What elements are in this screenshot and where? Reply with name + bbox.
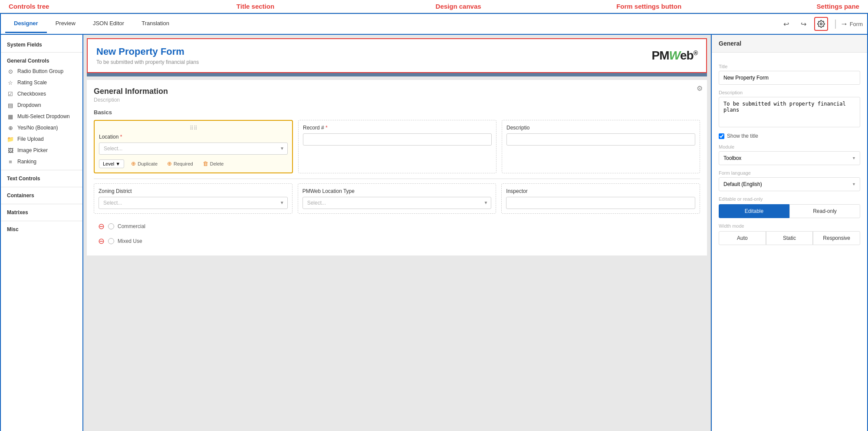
record-field-label: Record # * <box>303 125 492 131</box>
tab-translation[interactable]: Translation <box>133 15 178 33</box>
form-language-label: Form language <box>719 170 860 176</box>
inspector-input[interactable] <box>506 197 695 209</box>
required-label: Required <box>174 161 193 166</box>
controls-panel: System Fields General Controls ⊙ Radio B… <box>1 35 83 431</box>
controls-tree-annotation: Controls tree <box>9 3 49 10</box>
pmweb-logo: PMWeb® <box>652 49 697 63</box>
required-button[interactable]: ⊕ Required <box>164 159 196 168</box>
containers-section[interactable]: Containers <box>1 190 82 201</box>
location-type-field-card[interactable]: PMWeb Location Type Select... ▼ <box>298 183 496 214</box>
control-multi-select-dropdown[interactable]: ▦ Multi-Select Dropdown <box>1 111 82 122</box>
record-input[interactable] <box>303 133 492 146</box>
yesno-icon: ⊕ <box>7 124 14 131</box>
tab-preview[interactable]: Preview <box>47 15 84 33</box>
control-label-image: Image Picker <box>17 147 48 153</box>
location-field-card[interactable]: ⠿⠿ Location * Select... ▼ Leve <box>94 120 293 173</box>
delete-button[interactable]: 🗑 Delete <box>200 159 227 168</box>
descriptio-input[interactable] <box>506 133 695 146</box>
control-label-multiselect: Multi-Select Dropdown <box>17 113 70 119</box>
basics-subsection-title: Basics <box>94 109 700 116</box>
static-button[interactable]: Static <box>766 231 813 245</box>
control-file-upload[interactable]: 📁 File Upload <box>1 133 82 145</box>
commercial-label: Commercial <box>118 223 145 229</box>
drag-handle[interactable]: ⠿⠿ <box>99 125 288 131</box>
arrow-right-icon: → <box>840 20 848 29</box>
remove-commercial-icon[interactable]: ⊖ <box>98 222 105 231</box>
section-description: Description <box>94 97 700 103</box>
show-title-checkbox[interactable] <box>719 133 724 139</box>
location-type-select[interactable]: Select... <box>302 197 492 209</box>
inspector-field-card[interactable]: Inspector <box>501 183 700 214</box>
zoning-select[interactable]: Select... <box>99 197 288 209</box>
control-yesno[interactable]: ⊕ Yes/No (Boolean) <box>1 122 82 133</box>
radio-circle-mixeduse <box>108 238 114 244</box>
remove-mixeduse-icon[interactable]: ⊖ <box>98 236 105 246</box>
record-field-card[interactable]: Record # * <box>298 120 496 173</box>
tab-bar: Designer Preview JSON Editor Translation… <box>1 14 867 35</box>
description-field-card[interactable]: Descriptio <box>502 120 700 173</box>
location-field-label: Location * <box>99 134 288 140</box>
form-subtitle: To be submitted with property financial … <box>96 59 199 65</box>
section-title: General Information <box>94 87 700 96</box>
control-label-dropdown: Dropdown <box>17 102 41 108</box>
star-icon: ☆ <box>7 79 14 86</box>
title-field-label: Title <box>719 64 860 69</box>
module-select[interactable]: Toolbox <box>719 151 860 165</box>
editable-button[interactable]: Editable <box>719 204 789 218</box>
section-settings-icon[interactable]: ⚙ <box>697 84 703 93</box>
delete-icon: 🗑 <box>203 160 208 167</box>
general-info-section: General Information Description ⚙ Basics… <box>87 80 707 255</box>
redo-button[interactable]: ↪ <box>797 17 811 31</box>
system-fields-header: System Fields <box>1 39 82 50</box>
image-icon: 🖼 <box>7 147 14 154</box>
settings-title-input[interactable] <box>719 71 860 85</box>
misc-section[interactable]: Misc <box>1 224 82 235</box>
form-language-select[interactable]: Default (English) <box>719 177 860 191</box>
mixed-use-label: Mixed Use <box>118 238 142 244</box>
control-checkboxes[interactable]: ☑ Checkboxes <box>1 88 82 99</box>
level-label: Level <box>103 161 114 166</box>
duplicate-button[interactable]: ⊕ Duplicate <box>128 159 160 168</box>
control-label-rating: Rating Scale <box>17 80 47 86</box>
tab-designer[interactable]: Designer <box>5 15 47 33</box>
field-row-1: ⠿⠿ Location * Select... ▼ Leve <box>94 120 700 173</box>
title-section-annotation: Title section <box>237 3 274 10</box>
control-label-radio: Radio Button Group <box>17 68 63 74</box>
level-button[interactable]: Level ▼ <box>99 159 124 168</box>
radio-icon: ⊙ <box>7 68 14 75</box>
delete-label: Delete <box>210 161 224 166</box>
location-select[interactable]: Select... <box>99 143 288 155</box>
show-title-row: Show the title <box>719 133 860 139</box>
responsive-button[interactable]: Responsive <box>813 231 860 245</box>
control-label-ranking: Ranking <box>17 159 36 165</box>
control-rating-scale[interactable]: ☆ Rating Scale <box>1 77 82 88</box>
form-settings-button[interactable] <box>814 17 828 31</box>
multiselect-icon: ▦ <box>7 113 14 120</box>
field-row-2: Zoning District Select... ▼ PMWeb Locati… <box>94 183 700 214</box>
form-settings-annotation: Form settings button <box>616 3 681 10</box>
control-radio-button-group[interactable]: ⊙ Radio Button Group <box>1 66 82 77</box>
descriptio-field-label: Descriptio <box>506 125 695 131</box>
readonly-button[interactable]: Read-only <box>789 204 860 218</box>
control-ranking[interactable]: ≡ Ranking <box>1 156 82 167</box>
undo-button[interactable]: ↩ <box>779 17 793 31</box>
checkbox-icon: ☑ <box>7 90 14 97</box>
settings-description-textarea[interactable]: To be submitted with property financial … <box>719 97 860 127</box>
editable-label: Editable or read-only <box>719 196 860 202</box>
location-type-label: PMWeb Location Type <box>302 188 492 194</box>
control-image-picker[interactable]: 🖼 Image Picker <box>1 145 82 156</box>
inspector-label: Inspector <box>506 188 695 194</box>
text-controls-section[interactable]: Text Controls <box>1 173 82 184</box>
zoning-field-card[interactable]: Zoning District Select... ▼ <box>94 183 293 214</box>
auto-button[interactable]: Auto <box>719 231 766 245</box>
tab-json-editor[interactable]: JSON Editor <box>84 15 133 33</box>
form-title: New Property Form <box>96 46 199 57</box>
duplicate-label: Duplicate <box>138 161 158 166</box>
control-label-checkboxes: Checkboxes <box>17 91 46 97</box>
matrixes-section[interactable]: Matrixes <box>1 207 82 218</box>
editable-button-group: Editable Read-only <box>719 204 860 218</box>
control-dropdown[interactable]: ▤ Dropdown <box>1 99 82 111</box>
design-canvas: New Property Form To be submitted with p… <box>83 35 711 431</box>
control-label-yesno: Yes/No (Boolean) <box>17 125 58 131</box>
control-label-file: File Upload <box>17 136 44 142</box>
